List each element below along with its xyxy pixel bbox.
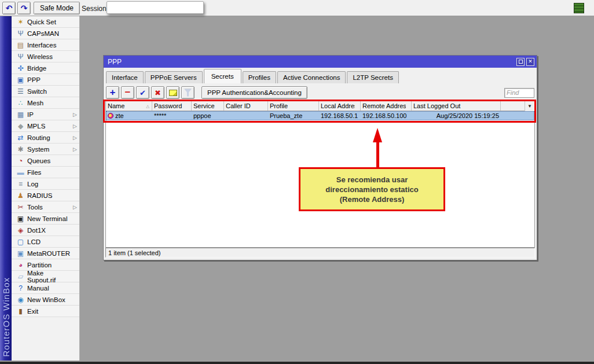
column-header[interactable]: Last Logged Out △: [412, 101, 501, 111]
column-header-label: Name: [108, 102, 146, 111]
cell-profile: Prueba_zte: [268, 112, 319, 119]
sidebar-item-icon: ▣: [16, 250, 25, 257]
tab[interactable]: Interface: [106, 71, 144, 83]
tab-label: Interface: [112, 74, 138, 81]
column-header[interactable]: Name △: [106, 101, 152, 111]
add-button[interactable]: +: [106, 86, 119, 99]
column-header[interactable]: Profile △: [268, 101, 319, 111]
sidebar-item[interactable]: ▢ LCD ▷: [12, 236, 79, 248]
sidebar-item-icon: Ψ: [16, 30, 25, 37]
sidebar-item[interactable]: Ψ Wireless ▷: [12, 51, 79, 62]
sidebar-item-icon: ▱: [16, 273, 25, 280]
column-header[interactable]: Local Address △: [319, 101, 361, 111]
column-header[interactable]: Password △: [152, 101, 192, 111]
submenu-arrow-icon: ▷: [73, 204, 79, 210]
sidebar-item-icon: ✂: [16, 204, 25, 211]
sidebar-item[interactable]: ✱ System ▷: [12, 144, 79, 155]
submenu-arrow-icon: ▷: [73, 146, 79, 152]
sidebar-item[interactable]: ▣ PPP ▷: [12, 74, 79, 86]
sidebar-item-icon: ▣: [16, 76, 25, 83]
plus-icon: +: [110, 87, 116, 98]
session-input[interactable]: [107, 1, 204, 14]
sidebar-item-label: RADIUS: [27, 192, 73, 199]
window-titlebar[interactable]: PPP ✕: [104, 56, 537, 68]
column-header[interactable]: Remote Address △: [361, 101, 412, 111]
ppp-auth-accounting-button[interactable]: PPP Authentication&Accounting: [201, 86, 307, 99]
redo-icon: ↷: [21, 3, 28, 13]
sidebar-item[interactable]: ∴ Mesh ▷: [12, 97, 79, 109]
sidebar-item-label: MPLS: [27, 123, 73, 130]
sidebar-item[interactable]: ▮ Exit ▷: [12, 306, 79, 317]
cell-local-address: 192.168.50.1: [319, 112, 361, 119]
sidebar-item[interactable]: ✂ Tools ▷: [12, 201, 79, 213]
enable-button[interactable]: ✔: [136, 86, 149, 99]
bottom-strip: [0, 362, 594, 364]
sidebar-item-label: Partition: [27, 262, 73, 269]
secrets-list: Name △ Password △ Service △ Caller ID △ …: [105, 101, 535, 248]
filter-button[interactable]: [181, 86, 195, 99]
sidebar-item[interactable]: ♟ RADIUS ▷: [12, 190, 79, 201]
sidebar-item[interactable]: ◆ MPLS ▷: [12, 120, 79, 132]
top-toolbar: ↶ ↷ Safe Mode Session:: [0, 0, 594, 16]
sidebar-item[interactable]: ▣ MetaROUTER ▷: [12, 248, 79, 259]
sidebar-item-icon: ▬: [16, 169, 25, 176]
tab[interactable]: Profiles: [243, 71, 276, 83]
sort-icon: △: [146, 104, 151, 109]
cell-remote-address: 192.168.50.100: [361, 112, 412, 119]
cell-last-logged-out: Aug/25/2020 15:19:25: [412, 112, 501, 119]
sidebar-item[interactable]: ✶ Quick Set ▷: [12, 16, 79, 28]
table-row[interactable]: zte ***** pppoe Prueba_zte 192.168.50.1 …: [106, 111, 534, 120]
status-text: 1 item (1 selected): [108, 249, 160, 256]
column-dropdown-button[interactable]: ▼: [525, 101, 534, 111]
tab-label: Profiles: [248, 74, 270, 81]
disable-button[interactable]: ✖: [151, 86, 164, 99]
sidebar-item[interactable]: ▤ Interfaces ▷: [12, 39, 79, 51]
chevron-down-icon: ▼: [527, 104, 532, 109]
safe-mode-label: Safe Mode: [40, 4, 74, 12]
sidebar-item-label: Wireless: [27, 53, 73, 60]
sidebar-item-icon: ≡: [16, 181, 25, 187]
sidebar-item[interactable]: ≡ Log ▷: [12, 178, 79, 190]
sidebar-item[interactable]: ⇄ Routing ▷: [12, 132, 79, 144]
brand-text: RouterOS WinBox: [1, 277, 11, 357]
sidebar-item-icon: ✣: [16, 65, 25, 72]
close-button[interactable]: ✕: [526, 58, 534, 66]
sidebar-item[interactable]: ◉ New WinBox ▷: [12, 294, 79, 306]
sidebar-item-label: Dot1X: [27, 227, 73, 234]
safe-mode-button[interactable]: Safe Mode: [34, 2, 80, 14]
submenu-arrow-icon: ▷: [73, 112, 79, 117]
sidebar-item-icon: ▢: [16, 238, 25, 245]
restore-button[interactable]: [516, 58, 525, 66]
window-toolbar: + − ✔ ✖ PPP Authentication&Accounting: [106, 86, 534, 100]
sidebar-item[interactable]: Ψ CAPsMAN ▷: [12, 28, 79, 39]
table-header-row: Name △ Password △ Service △ Caller ID △ …: [106, 101, 534, 111]
check-icon: ✔: [140, 89, 146, 97]
sidebar-item[interactable]: ◈ Dot1X ▷: [12, 225, 79, 236]
tab[interactable]: PPPoE Servers: [145, 71, 203, 83]
comment-button[interactable]: [166, 86, 179, 99]
sidebar-item[interactable]: ▱ Make Supout.rif ▷: [12, 271, 79, 282]
sidebar-item[interactable]: ◔ Queues ▷: [12, 155, 79, 167]
winbox-screen: ↶ ↷ Safe Mode Session: RouterOS WinBox ✶…: [0, 0, 594, 364]
column-header[interactable]: Caller ID △: [224, 101, 268, 111]
sidebar-item-label: Queues: [27, 157, 73, 164]
undo-button[interactable]: ↶: [2, 2, 16, 14]
cell-service: pppoe: [192, 112, 224, 119]
find-input[interactable]: [504, 88, 534, 98]
sidebar-item[interactable]: ▬ Files ▷: [12, 167, 79, 178]
tab[interactable]: Secrets: [204, 69, 241, 83]
tab[interactable]: L2TP Secrets: [347, 71, 398, 83]
sidebar-item[interactable]: ? Manual ▷: [12, 282, 79, 294]
sidebar-item[interactable]: ▦ IP ▷: [12, 109, 79, 120]
sidebar-item[interactable]: ✣ Bridge ▷: [12, 62, 79, 74]
sidebar-item[interactable]: ▣ New Terminal ▷: [12, 213, 79, 225]
sidebar-item-icon: ◉: [16, 296, 25, 303]
x-icon: ✖: [155, 89, 161, 97]
sidebar-item-icon: ◈: [16, 227, 25, 234]
remove-button[interactable]: −: [121, 86, 134, 99]
tab[interactable]: Active Connections: [277, 71, 346, 83]
column-header[interactable]: Service △: [192, 101, 224, 111]
sidebar-item-icon: Ψ: [16, 53, 25, 60]
sidebar-item[interactable]: ☰ Switch ▷: [12, 86, 79, 97]
redo-button[interactable]: ↷: [17, 2, 31, 14]
